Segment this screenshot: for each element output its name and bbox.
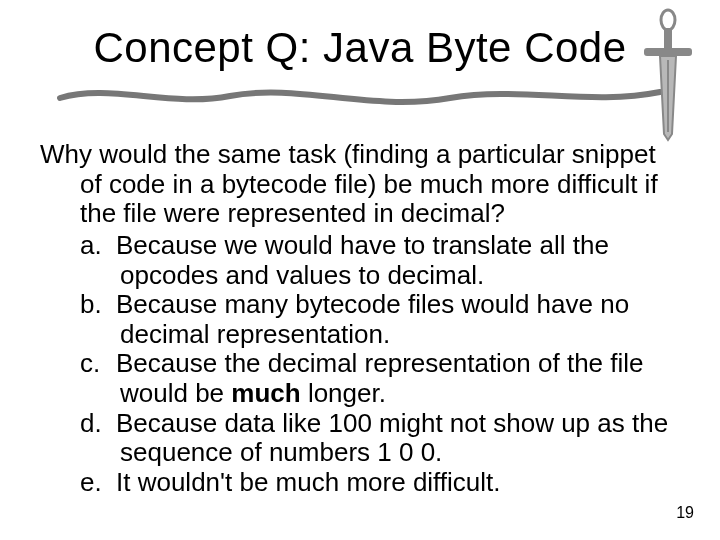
option-label: d. <box>80 409 116 439</box>
option-label: c. <box>80 349 116 379</box>
page-number: 19 <box>676 504 694 522</box>
option-b: b.Because many bytecode files would have… <box>40 290 680 349</box>
option-text: Because the decimal representation of th… <box>116 348 644 408</box>
slide-title: Concept Q: Java Byte Code <box>0 24 720 72</box>
question-text: Why would the same task (finding a parti… <box>40 140 680 229</box>
option-text: Because data like 100 might not show up … <box>116 408 668 468</box>
option-d: d.Because data like 100 might not show u… <box>40 409 680 468</box>
options-list: a.Because we would have to translate all… <box>40 231 680 498</box>
option-label: a. <box>80 231 116 261</box>
option-label: e. <box>80 468 116 498</box>
option-e: e.It wouldn't be much more difficult. <box>40 468 680 498</box>
option-text: Because many bytecode files would have n… <box>116 289 629 349</box>
option-c: c.Because the decimal representation of … <box>40 349 680 408</box>
title-underline <box>50 78 670 118</box>
option-text: Because we would have to translate all t… <box>116 230 609 290</box>
option-label: b. <box>80 290 116 320</box>
option-text: It wouldn't be much more difficult. <box>116 467 501 497</box>
slide-body: Why would the same task (finding a parti… <box>40 140 680 498</box>
slide: Concept Q: Java Byte Code Why would the … <box>0 0 720 540</box>
option-a: a.Because we would have to translate all… <box>40 231 680 290</box>
